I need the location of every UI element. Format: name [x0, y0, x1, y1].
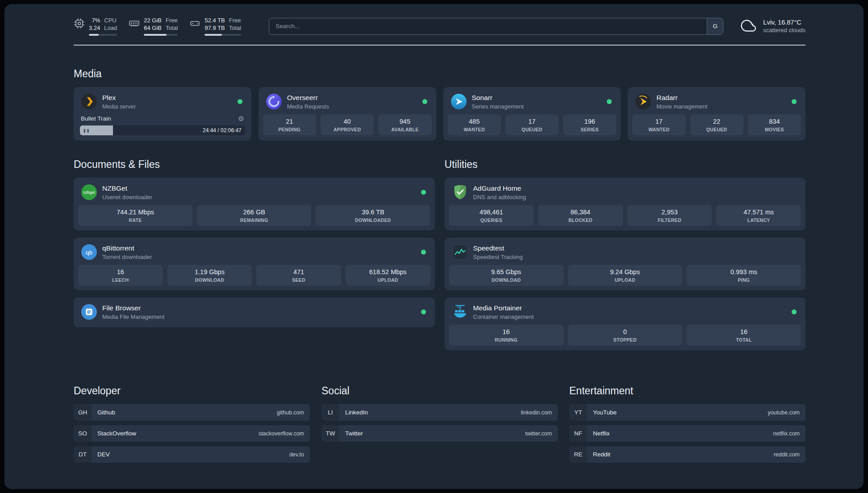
bookmark-netflix[interactable]: NF Netflix netflix.com: [569, 425, 805, 442]
topbar-divider: [74, 45, 805, 46]
disk-widget: 52.4 TB 97.9 TB Free Total: [189, 17, 241, 36]
service-card-qbittorrent: qb qBittorrent Torrent downloader 16 LEE…: [74, 238, 435, 290]
bookmark-reddit[interactable]: RE Reddit reddit.com: [569, 446, 805, 463]
service-link-plex[interactable]: Plex Media server: [78, 91, 247, 114]
bookmark-abbr: SO: [74, 425, 92, 442]
disk-label-bottom: Total: [229, 24, 241, 32]
stat-label: BLOCKED: [540, 217, 621, 223]
stat-upload: 618.52 Mbps UPLOAD: [346, 265, 430, 286]
stat-label: WANTED: [634, 127, 684, 132]
section-title-social: Social: [321, 385, 558, 397]
bookmark-domain: reddit.com: [774, 451, 800, 458]
service-description: Media server: [102, 103, 136, 110]
bookmark-stackoverflow[interactable]: SO StackOverflow stackoverflow.com: [74, 425, 310, 442]
playback-progress-bar[interactable]: ❚❚ 24:44 / 02:06:47: [80, 125, 245, 135]
search-provider-button[interactable]: G: [707, 18, 723, 34]
stat-running: 16 RUNNING: [449, 325, 563, 346]
bookmark-linkedin[interactable]: LI LinkedIn linkedin.com: [321, 404, 558, 421]
stat-label: APPROVED: [322, 127, 372, 132]
memory-usage-fill: [144, 34, 166, 36]
service-name: Media Portainer: [473, 304, 534, 312]
plex-icon: [81, 93, 97, 110]
stat-value: 744.21 Mbps: [80, 209, 191, 216]
service-description: Torrent downloader: [102, 254, 152, 260]
service-name: Speedtest: [473, 244, 523, 252]
service-link-speedtest[interactable]: Speedtest Speedtest Tracking: [449, 241, 801, 265]
search-bar: G: [269, 18, 723, 35]
bookmark-name: YouTube: [593, 409, 617, 416]
stat-available: 945 AVAILABLE: [378, 114, 431, 135]
stat-latency: 47.571 ms LATENCY: [716, 205, 801, 226]
stat-label: RATE: [80, 217, 191, 223]
speedtest-stats: 9.65 Gbps DOWNLOAD 9.24 Gbps UPLOAD 0.99…: [449, 265, 801, 286]
qbittorrent-stats: 16 LEECH 1.19 Gbps DOWNLOAD 471 SEED 618…: [78, 265, 430, 286]
stat-label: FILTERED: [629, 217, 710, 223]
stat-download: 1.19 Gbps DOWNLOAD: [167, 265, 252, 286]
service-card-filebrowser: File Browser Media File Management: [74, 297, 435, 327]
status-dot: [607, 99, 612, 104]
radarr-stats: 17 WANTED 22 QUEUED 834 MOVIES: [632, 114, 801, 135]
nzbget-icon: nzbget: [81, 184, 97, 201]
stat-ping: 0.993 ms PING: [687, 265, 801, 286]
stat-downloaded: 39.6 TB DOWNLOADED: [316, 205, 430, 226]
stat-value: 9.65 Gbps: [451, 268, 562, 276]
stat-label: QUERIES: [451, 217, 532, 223]
speedtest-icon: [452, 244, 468, 260]
disk-icon: [189, 18, 200, 29]
service-link-radarr[interactable]: Radarr Movie management: [632, 91, 801, 114]
gear-icon[interactable]: ⚙: [238, 115, 244, 122]
bookmark-abbr: DT: [74, 446, 92, 463]
service-name: AdGuard Home: [473, 184, 526, 192]
service-link-filebrowser[interactable]: File Browser Media File Management: [78, 301, 430, 323]
service-name: File Browser: [102, 304, 164, 312]
bookmark-youtube[interactable]: YT YouTube youtube.com: [569, 404, 805, 421]
service-link-qbittorrent[interactable]: qb qBittorrent Torrent downloader: [78, 241, 430, 265]
bookmark-name: LinkedIn: [345, 409, 368, 416]
stat-label: AVAILABLE: [380, 127, 430, 132]
bookmark-name: Reddit: [593, 451, 610, 458]
stat-download: 9.65 Gbps DOWNLOAD: [449, 265, 563, 286]
stat-label: UPLOAD: [347, 277, 429, 283]
section-title-documents: Documents & Files: [74, 159, 435, 171]
stat-value: 0.993 ms: [689, 268, 799, 276]
stat-label: QUEUED: [507, 127, 557, 132]
status-dot: [792, 99, 797, 104]
stat-value: 2,953: [629, 209, 710, 216]
service-link-overseerr[interactable]: Overseerr Media Requests: [263, 91, 432, 114]
bookmark-name: DEV: [97, 451, 110, 458]
stat-label: LATENCY: [718, 217, 799, 223]
service-card-adguard-home: AdGuard Home DNS and adblocking 498,461 …: [445, 178, 806, 230]
status-dot: [238, 99, 242, 104]
service-link-nzbget[interactable]: nzbget NZBGet Usenet downloader: [78, 181, 430, 205]
stat-label: PENDING: [265, 127, 314, 132]
bookmark-abbr: GH: [74, 404, 92, 421]
bookmark-github[interactable]: GH Github github.com: [74, 404, 310, 421]
section-utilities: Utilities AdGuard Home DNS and adblockin…: [445, 159, 806, 357]
stat-series: 196 SERIES: [563, 114, 616, 135]
service-link-sonarr[interactable]: Sonarr Series management: [448, 91, 617, 114]
status-dot: [421, 309, 426, 314]
svg-text:qb: qb: [86, 249, 92, 256]
stat-label: PING: [689, 277, 799, 283]
memory-usage-bar: [144, 34, 178, 36]
bookmark-group-social: Social LI LinkedIn linkedin.com TW Twitt…: [321, 385, 558, 446]
stat-value: 16: [80, 268, 161, 276]
disk-usage-fill: [204, 34, 221, 36]
stat-label: UPLOAD: [570, 277, 680, 283]
search-input[interactable]: [269, 18, 723, 35]
stat-label: DOWNLOADED: [317, 217, 428, 223]
service-link-media-portainer[interactable]: Media Portainer Container management: [449, 301, 801, 325]
section-media: Media Plex Media server Bullet Train: [74, 68, 805, 141]
stat-label: RUNNING: [451, 337, 562, 343]
bookmark-dev[interactable]: DT DEV dev.to: [74, 446, 310, 463]
bookmark-twitter[interactable]: TW Twitter twitter.com: [321, 425, 558, 442]
memory-widget: 22 GiB 64 GiB Free Total: [129, 17, 178, 36]
bookmark-group-developer: Developer GH Github github.com SO StackO…: [74, 385, 310, 467]
service-link-adguard-home[interactable]: AdGuard Home DNS and adblocking: [449, 181, 801, 205]
bookmark-domain: twitter.com: [525, 430, 552, 437]
stat-value: 17: [634, 118, 684, 125]
pause-icon[interactable]: ❚❚: [83, 129, 90, 133]
stat-pending: 21 PENDING: [263, 114, 316, 135]
service-card-plex: Plex Media server Bullet Train ⚙ ❚❚ 24:4…: [74, 87, 251, 141]
disk-label-top: Free: [229, 17, 241, 24]
